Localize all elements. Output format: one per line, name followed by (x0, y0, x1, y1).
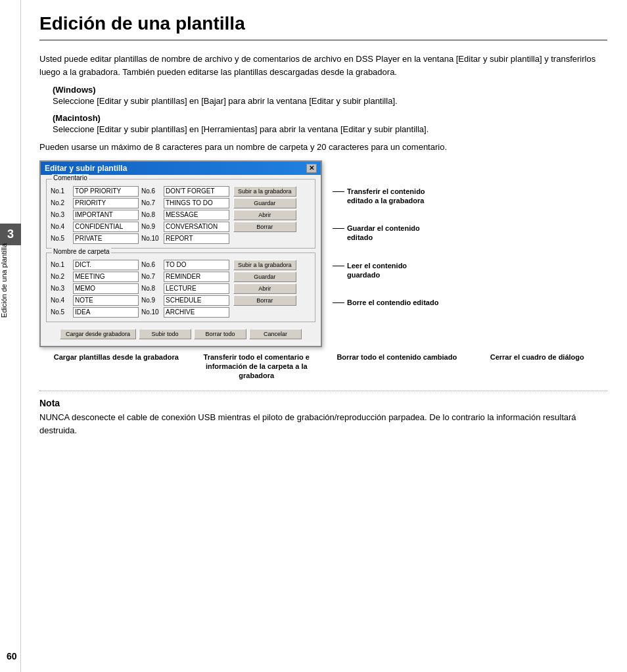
f-no4-label: No.4 (51, 295, 70, 306)
comentario-buttons: Subir a la grabadora Guardar Abrir Borra… (233, 186, 296, 232)
c-no8-label: No.8 (141, 210, 161, 220)
mac-block: (Macintosh) Seleccione [Editar y subir p… (53, 113, 607, 136)
f-save-btn[interactable]: Guardar (233, 272, 296, 282)
comentario-section: Comentario No.1 No.6 No.2 No.7 (46, 179, 315, 249)
chars-text: Pueden usarse un máximo de 8 caracteres … (39, 141, 607, 154)
c-no1-input[interactable] (73, 186, 139, 197)
f-no5-label: No.5 (51, 307, 70, 318)
bottom-buttons-row: Cargar desde grabadora Subir todo Borrar… (46, 326, 315, 342)
dialog-title: Editar y subir plantilla (45, 164, 127, 173)
c-no10-label: No.10 (141, 233, 161, 244)
callout-read: Leer el contenido guardado (333, 261, 439, 280)
bc-load: Cargar plantillas desde la grabadora (46, 352, 187, 362)
cancel-btn[interactable]: Cancelar (249, 329, 302, 339)
callout-arrow-1 (333, 191, 344, 192)
carpeta-inner: No.1 No.6 No.2 No.7 No.3 No.8 (51, 256, 311, 318)
callout-save-text: Guardar el contenido editado (347, 224, 439, 243)
c-no4-input[interactable] (73, 222, 139, 232)
sidebar: 3 Edición de una plantilla (0, 0, 21, 672)
dialog-close-button[interactable]: ✕ (306, 164, 317, 173)
c-save-btn[interactable]: Guardar (233, 198, 296, 208)
c-no10-input[interactable] (164, 233, 229, 244)
note-section: Nota NUNCA desconecte el cable de conexi… (39, 398, 607, 437)
delete-all-btn[interactable]: Borrar todo (194, 329, 246, 339)
dialog-callout-wrapper: Editar y subir plantilla ✕ Comentario No… (39, 160, 607, 347)
c-delete-btn[interactable]: Borrar (233, 222, 296, 232)
dialog-window: Editar y subir plantilla ✕ Comentario No… (39, 160, 322, 347)
note-text: NUNCA desconecte el cable de conexión US… (39, 411, 607, 437)
dialog-titlebar: Editar y subir plantilla ✕ (41, 162, 321, 175)
comentario-inner: No.1 No.6 No.2 No.7 No.3 No.8 (51, 182, 311, 244)
c-no4-label: No.4 (51, 222, 70, 232)
carpeta-section: Nombre de carpeta No.1 No.6 No.2 No.7 No… (46, 252, 315, 322)
c-no6-input[interactable] (164, 186, 229, 197)
f-no2-input[interactable] (73, 272, 139, 282)
f-open-btn[interactable]: Abrir (233, 283, 296, 294)
c-open-btn[interactable]: Abrir (233, 210, 296, 220)
callout-save: Guardar el contenido editado (333, 224, 439, 243)
comentario-grid: No.1 No.6 No.2 No.7 No.3 No.8 (51, 186, 229, 244)
c-no5-label: No.5 (51, 233, 70, 244)
load-from-recorder-btn[interactable]: Cargar desde grabadora (60, 329, 136, 339)
c-no6-label: No.6 (141, 186, 161, 197)
f-no6-label: No.6 (141, 260, 161, 270)
carpeta-label: Nombre de carpeta (52, 248, 111, 255)
mac-text: Seleccione [Editar y subir plantillas] e… (53, 123, 607, 136)
f-no9-label: No.9 (141, 295, 161, 306)
c-no9-input[interactable] (164, 222, 229, 232)
bc-delete-all: Borrar todo el contenido cambiado (327, 352, 467, 362)
callout-delete-text: Borre el contendio editado (347, 298, 438, 307)
c-no7-input[interactable] (164, 198, 229, 208)
carpeta-buttons: Subir a la grabadora Guardar Abrir Borra… (233, 260, 296, 306)
f-no3-input[interactable] (73, 283, 139, 294)
c-no5-input[interactable] (73, 233, 139, 244)
f-no6-input[interactable] (164, 260, 229, 270)
f-delete-btn[interactable]: Borrar (233, 295, 296, 306)
f-no4-input[interactable] (73, 295, 139, 306)
main-content: Edición de una plantilla Usted puede edi… (26, 0, 627, 450)
f-no8-input[interactable] (164, 283, 229, 294)
dotted-separator (39, 391, 607, 391)
c-no3-input[interactable] (73, 210, 139, 220)
f-upload-btn[interactable]: Subir a la grabadora (233, 260, 296, 270)
bc-upload-all: Transferir todo el comentario e informac… (187, 352, 327, 381)
callout-arrow-3 (333, 266, 344, 266)
f-no3-label: No.3 (51, 283, 70, 294)
c-no2-label: No.2 (51, 198, 70, 208)
c-no8-input[interactable] (164, 210, 229, 220)
upload-all-btn[interactable]: Subir todo (139, 329, 191, 339)
f-no10-label: No.10 (141, 307, 161, 318)
f-no7-input[interactable] (164, 272, 229, 282)
carpeta-grid: No.1 No.6 No.2 No.7 No.3 No.8 (51, 260, 229, 318)
intro-text: Usted puede editar plantillas de nombre … (39, 53, 607, 78)
right-callouts: Transferir el contenido editado a la gra… (333, 187, 439, 308)
c-upload-btn[interactable]: Subir a la grabadora (233, 186, 296, 197)
c-no3-label: No.3 (51, 210, 70, 220)
bottom-callouts-row: Cargar plantillas desde la grabadora Tra… (46, 352, 607, 381)
c-no2-input[interactable] (73, 198, 139, 208)
f-no10-input[interactable] (164, 307, 229, 318)
comentario-label: Comentario (52, 174, 89, 181)
sidebar-chapter-label: Edición de una plantilla (0, 243, 21, 318)
callout-upload: Transferir el contenido editado a la gra… (333, 187, 439, 206)
note-title: Nota (39, 398, 607, 408)
page-number: 60 (7, 651, 17, 661)
f-no5-input[interactable] (73, 307, 139, 318)
callout-upload-text: Transferir el contenido editado a la gra… (347, 187, 439, 206)
f-no1-input[interactable] (73, 260, 139, 270)
f-no9-input[interactable] (164, 295, 229, 306)
callout-arrow-2 (333, 228, 344, 229)
f-no7-label: No.7 (141, 272, 161, 282)
f-no2-label: No.2 (51, 272, 70, 282)
f-no1-label: No.1 (51, 260, 70, 270)
chapter-number: 3 (0, 224, 21, 245)
f-no8-label: No.8 (141, 283, 161, 294)
dialog-body: Comentario No.1 No.6 No.2 No.7 (41, 175, 321, 346)
c-no1-label: No.1 (51, 186, 70, 197)
callout-arrow-4 (333, 302, 344, 303)
windows-block: (Windows) Seleccione [Editar y subir pla… (53, 85, 607, 108)
c-no9-label: No.9 (141, 222, 161, 232)
windows-label: (Windows) (53, 85, 607, 95)
callout-read-text: Leer el contenido guardado (347, 261, 439, 280)
c-no7-label: No.7 (141, 198, 161, 208)
